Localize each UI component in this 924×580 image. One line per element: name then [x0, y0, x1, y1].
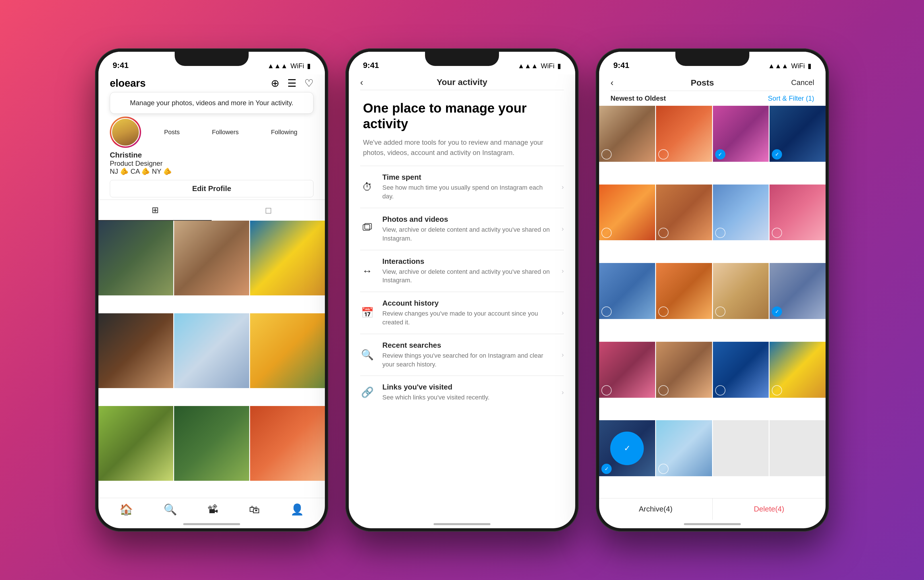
signal-icon: ▲▲▲: [267, 62, 288, 70]
grid-cell-2[interactable]: [174, 221, 249, 295]
post-cell-1[interactable]: [599, 106, 655, 162]
post-cell-7[interactable]: [713, 185, 769, 241]
stat-following[interactable]: Following: [271, 129, 297, 136]
grid-cell-4[interactable]: [99, 313, 173, 388]
select-check-12[interactable]: ✓: [772, 306, 782, 317]
reels-nav-icon[interactable]: 📽: [207, 504, 218, 516]
tagged-view-tab[interactable]: ◻: [212, 200, 325, 221]
post-cell-11[interactable]: [713, 263, 769, 319]
following-label: Following: [271, 129, 297, 136]
profile-location: NJ 🫵 CA 🫵 NY 🫵: [110, 168, 314, 175]
add-icon[interactable]: ⊕: [271, 77, 279, 89]
searches-title: Recent searches: [382, 341, 554, 350]
grid-cell-8[interactable]: [174, 406, 249, 481]
interactions-title: Interactions: [382, 257, 554, 266]
history-title: Account history: [382, 299, 554, 308]
post-cell-15[interactable]: [713, 342, 769, 398]
select-check-10[interactable]: [658, 306, 668, 317]
profile-nav-icon[interactable]: 👤: [290, 503, 304, 516]
select-check-1[interactable]: [601, 149, 612, 160]
post-cell-17[interactable]: ✓ ✓: [599, 420, 655, 476]
profile-info: Posts Followers Following: [99, 114, 325, 151]
select-check-6[interactable]: [658, 228, 668, 238]
sort-filter-button[interactable]: Sort & Filter (1): [768, 94, 814, 102]
grid-cell-3[interactable]: [250, 221, 325, 295]
photos-icon: [360, 222, 375, 236]
stat-followers[interactable]: Followers: [212, 129, 239, 136]
profile-name: Christine: [110, 151, 314, 160]
post-cell-19[interactable]: [713, 420, 769, 476]
posts-nav-title: Posts: [691, 78, 714, 87]
select-check-14[interactable]: [658, 385, 668, 395]
post-cell-9[interactable]: [599, 263, 655, 319]
post-cell-16[interactable]: [769, 342, 825, 398]
links-title: Links you've visited: [382, 383, 554, 392]
delete-button[interactable]: Delete(4): [713, 498, 826, 520]
posts-back-button[interactable]: ‹: [610, 77, 614, 88]
search-nav-icon[interactable]: 🔍: [163, 503, 177, 516]
stat-posts[interactable]: Posts: [164, 129, 180, 136]
select-check-13[interactable]: [601, 385, 612, 395]
searches-arrow: ›: [561, 351, 564, 359]
post-cell-10[interactable]: [656, 263, 712, 319]
post-cell-13[interactable]: [599, 342, 655, 398]
photo-grid: [99, 221, 325, 498]
select-check-18[interactable]: [658, 464, 668, 474]
menu-item-history[interactable]: 📅 Account history Review changes you've …: [349, 292, 575, 334]
photos-desc: View, archive or delete content and acti…: [382, 226, 554, 243]
select-check-9[interactable]: [601, 306, 612, 317]
tag-icon: ◻: [265, 205, 272, 215]
menu-item-interactions[interactable]: ↔ Interactions View, archive or delete c…: [349, 250, 575, 292]
edit-profile-button[interactable]: Edit Profile: [110, 180, 314, 197]
activity-nav: ‹ Your activity: [349, 74, 575, 90]
post-cell-18[interactable]: [656, 420, 712, 476]
phone-posts: 9:41 ▲▲▲ WiFi ▮ ‹ Posts Cancel Newest to…: [596, 48, 829, 532]
photos-arrow: ›: [561, 225, 564, 233]
post-cell-5[interactable]: [599, 185, 655, 241]
menu-item-searches[interactable]: 🔍 Recent searches Review things you've s…: [349, 334, 575, 376]
select-check-3[interactable]: ✓: [715, 149, 726, 160]
select-check-15[interactable]: [715, 385, 726, 395]
post-cell-6[interactable]: [656, 185, 712, 241]
back-button[interactable]: ‹: [360, 77, 363, 87]
post-cell-14[interactable]: [656, 342, 712, 398]
shop-nav-icon[interactable]: 🛍: [249, 504, 260, 516]
home-indicator-3: [599, 520, 825, 528]
post-cell-12[interactable]: ✓: [769, 263, 825, 319]
posts-grid: ✓ ✓: [599, 106, 825, 498]
grid-cell-5[interactable]: [174, 313, 249, 388]
grid-view-tab[interactable]: ⊞: [99, 200, 212, 221]
searches-content: Recent searches Review things you've sea…: [382, 341, 554, 369]
cancel-button[interactable]: Cancel: [791, 78, 814, 87]
grid-cell-1[interactable]: [99, 221, 173, 295]
menu-item-time[interactable]: ⏱ Time spent See how much time you usual…: [349, 166, 575, 208]
select-check-4[interactable]: ✓: [772, 149, 782, 160]
time-desc: See how much time you usually spend on I…: [382, 183, 554, 201]
heart-icon[interactable]: ♡: [304, 77, 314, 89]
post-cell-4[interactable]: ✓: [769, 106, 825, 162]
post-cell-3[interactable]: ✓: [713, 106, 769, 162]
searches-desc: Review things you've searched for on Ins…: [382, 351, 554, 369]
grid-cell-7[interactable]: [99, 406, 173, 481]
links-desc: See which links you've visited recently.: [382, 393, 554, 402]
menu-item-photos[interactable]: Photos and videos View, archive or delet…: [349, 208, 575, 250]
post-cell-8[interactable]: [769, 185, 825, 241]
select-check-17[interactable]: ✓: [601, 464, 612, 474]
grid-cell-9[interactable]: [250, 406, 325, 481]
select-check-11[interactable]: [715, 306, 726, 317]
archive-button[interactable]: Archive(4): [599, 498, 713, 520]
select-check-16[interactable]: [772, 385, 782, 395]
post-cell-2[interactable]: [656, 106, 712, 162]
home-nav-icon[interactable]: 🏠: [119, 503, 133, 516]
home-indicator: [99, 520, 325, 528]
avatar-image: [111, 118, 140, 147]
menu-item-links[interactable]: 🔗 Links you've visited See which links y…: [349, 376, 575, 409]
menu-icon[interactable]: ☰: [287, 77, 297, 89]
select-check-2[interactable]: [658, 149, 668, 160]
grid-cell-6[interactable]: [250, 313, 325, 388]
post-cell-20[interactable]: [769, 420, 825, 476]
time-icon: ⏱: [360, 181, 375, 193]
links-content: Links you've visited See which links you…: [382, 383, 554, 402]
signal-icon-2: ▲▲▲: [518, 62, 538, 70]
select-check-7[interactable]: [715, 228, 726, 238]
